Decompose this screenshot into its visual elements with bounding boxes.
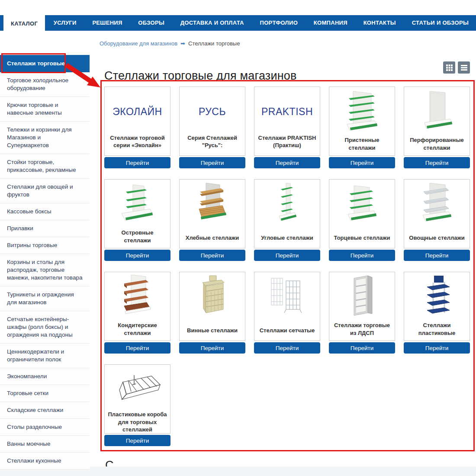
product-card-link[interactable]: Перфорированные стеллажи bbox=[404, 87, 470, 156]
product-card-link[interactable]: Торцевые стеллажи bbox=[329, 179, 395, 248]
sidebar-item-stands[interactable]: Стойки торговые, прикассовые, рекламные bbox=[0, 154, 90, 179]
product-card-title: Стеллажи PRAKTISH (Практиш) bbox=[256, 134, 318, 152]
product-card-title: Пристенные стеллажи bbox=[331, 136, 393, 154]
wine-shelf-icon bbox=[181, 275, 243, 327]
sidebar-item-turnstiles[interactable]: Турникеты и ограждения для магазинов bbox=[0, 286, 90, 311]
go-button[interactable]: Перейти bbox=[179, 342, 245, 354]
view-toggles bbox=[443, 61, 470, 74]
product-card: Овощные стеллажи Перейти bbox=[404, 179, 470, 261]
sidebar-item-retail-shelving[interactable]: Стеллажи торговые bbox=[0, 55, 90, 72]
product-card-link[interactable]: Стеллажи сетчатые bbox=[254, 272, 320, 341]
go-button[interactable]: Перейти bbox=[404, 250, 470, 261]
sidebar-item-counters[interactable]: Прилавки bbox=[0, 220, 90, 237]
breadcrumb-arrow-icon: ➡ bbox=[180, 40, 185, 47]
island-shelf-icon bbox=[106, 182, 168, 229]
product-card-title: Стеллажи торговой серии «Эколайн» bbox=[106, 134, 168, 152]
sidebar-item-price-holders[interactable]: Ценникодержатели и ограничители полок bbox=[0, 344, 90, 368]
product-card-link[interactable]: Пристенные стеллажи bbox=[329, 87, 395, 156]
sidebar-item-display-cases[interactable]: Витрины торговые bbox=[0, 237, 90, 254]
product-card-link[interactable]: Овощные стеллажи bbox=[404, 179, 470, 248]
sidebar-item-refrigeration[interactable]: Торговое холодильное оборудование bbox=[0, 72, 90, 97]
sidebar-item-hooks[interactable]: Крючки торговые и навесные элементы bbox=[0, 97, 90, 122]
go-button[interactable]: Перейти bbox=[254, 342, 320, 354]
bread-shelf-icon bbox=[181, 182, 243, 234]
product-card-link[interactable]: Стеллажи пластиковые bbox=[404, 272, 470, 341]
product-card: Стеллажи сетчатые Перейти bbox=[254, 272, 320, 354]
product-card: Хлебные стеллажи Перейти bbox=[179, 179, 245, 261]
product-card: ЭКОЛАЙН Стеллажи торговой серии «Эколайн… bbox=[104, 87, 170, 168]
go-button[interactable]: Перейти bbox=[329, 342, 395, 354]
product-card-link[interactable]: PRAKTISH Стеллажи PRAKTISH (Практиш) bbox=[254, 87, 320, 156]
product-card-title: Стеллажи пластиковые bbox=[406, 322, 468, 339]
sidebar-item-mesh-containers[interactable]: Сетчатые контейнеры-шкафы (ролл боксы) и… bbox=[0, 311, 90, 344]
wall-shelf-icon bbox=[331, 90, 393, 136]
nav-item-reviews[interactable]: ОБЗОРЫ bbox=[131, 15, 172, 31]
go-button[interactable]: Перейти bbox=[104, 157, 170, 168]
go-button[interactable]: Перейти bbox=[254, 250, 320, 261]
vegetable-shelf-icon bbox=[406, 182, 468, 234]
go-button[interactable]: Перейти bbox=[329, 250, 395, 261]
go-button[interactable]: Перейти bbox=[104, 342, 170, 354]
product-card-link[interactable]: Винные стеллажи bbox=[179, 272, 245, 341]
product-card-title: Винные стеллажи bbox=[186, 327, 238, 337]
nav-item-contacts[interactable]: КОНТАКТЫ bbox=[356, 15, 403, 31]
confectionery-shelf-icon bbox=[106, 275, 168, 322]
grid-view-button[interactable] bbox=[443, 61, 455, 74]
go-button[interactable]: Перейти bbox=[404, 342, 470, 354]
nav-item-delivery[interactable]: ДОСТАВКА И ОПЛАТА bbox=[173, 15, 251, 31]
product-card-title: Перфорированные стеллажи bbox=[406, 136, 468, 154]
nav-item-company[interactable]: КОМПАНИЯ bbox=[306, 15, 355, 31]
sidebar-item-checkout-boxes[interactable]: Кассовые боксы bbox=[0, 203, 90, 220]
nav-item-catalog[interactable]: КАТАЛОГ bbox=[3, 15, 45, 35]
sidebar-item-washing-baths[interactable]: Ванны моечные bbox=[0, 436, 90, 453]
product-card: Пристенные стеллажи Перейти bbox=[329, 87, 395, 168]
product-card-link[interactable]: РУСЬ Серия Стеллажей "Русь": bbox=[179, 87, 245, 156]
end-shelf-icon bbox=[331, 182, 393, 234]
product-card-link[interactable]: Островные стеллажи bbox=[104, 179, 170, 248]
product-card-link[interactable]: ЭКОЛАЙН Стеллажи торговой серии «Эколайн… bbox=[104, 87, 170, 156]
sidebar-item-veg-fruit-shelving[interactable]: Стеллажи для овощей и фруктов bbox=[0, 179, 90, 203]
sidebar-item-cutting-tables[interactable]: Столы разделочные bbox=[0, 419, 90, 436]
product-card: РУСЬ Серия Стеллажей "Русь": Перейти bbox=[179, 87, 245, 168]
product-grid: ЭКОЛАЙН Стеллажи торговой серии «Эколайн… bbox=[102, 81, 473, 446]
breadcrumb-parent-link[interactable]: Оборудование для магазинов bbox=[100, 40, 177, 47]
product-card-title: Стеллажи сетчатые bbox=[259, 327, 316, 337]
breadcrumb-current: Стеллажи торговые bbox=[188, 40, 240, 47]
go-button[interactable]: Перейти bbox=[254, 157, 320, 168]
annotation-grid-border: ЭКОЛАЙН Стеллажи торговой серии «Эколайн… bbox=[100, 80, 475, 451]
nav-item-services[interactable]: УСЛУГИ bbox=[46, 15, 84, 31]
product-card-title: Торцевые стеллажи bbox=[333, 234, 391, 244]
product-card-title: Овощные стеллажи bbox=[408, 234, 465, 244]
go-button[interactable]: Перейти bbox=[104, 250, 170, 261]
product-card-link[interactable]: Кондитерские стеллажи bbox=[104, 272, 170, 341]
nav-item-portfolio[interactable]: ПОРТФОЛИО bbox=[253, 15, 306, 31]
mesh-shelf-icon bbox=[256, 275, 318, 327]
sidebar-item-kitchen-shelving[interactable]: Стеллажи кухонные bbox=[0, 453, 90, 470]
sidebar-item-warehouse-shelving[interactable]: Складские стеллажи bbox=[0, 402, 90, 419]
nav-item-solutions[interactable]: РЕШЕНИЯ bbox=[85, 15, 129, 31]
sidebar-item-retail-mesh[interactable]: Торговые сетки bbox=[0, 385, 90, 402]
nav-item-articles[interactable]: СТАТЬИ И ОБЗОРЫ bbox=[405, 15, 476, 31]
brand-logo-praktish: PRAKTISH bbox=[261, 106, 313, 118]
product-card-link[interactable]: Стеллажи торговые из ЛДСП bbox=[329, 272, 395, 341]
product-card-link[interactable]: Угловые стеллажи bbox=[254, 179, 320, 248]
plastic-bins-icon bbox=[106, 367, 168, 411]
go-button[interactable]: Перейти bbox=[404, 157, 470, 168]
sidebar-item-carts-baskets[interactable]: Тележки и корзинки для Магазинов и Супер… bbox=[0, 122, 90, 154]
product-card-title: Серия Стеллажей "Русь": bbox=[181, 134, 243, 152]
sidebar-item-slatwall[interactable]: Экономпанели bbox=[0, 368, 90, 385]
product-card-link[interactable]: Хлебные стеллажи bbox=[179, 179, 245, 248]
list-view-button[interactable] bbox=[458, 61, 470, 74]
brand-logo-ekoline: ЭКОЛАЙН bbox=[113, 106, 162, 118]
go-button[interactable]: Перейти bbox=[179, 157, 245, 168]
go-button[interactable]: Перейти bbox=[329, 157, 395, 168]
go-button[interactable]: Перейти bbox=[179, 250, 245, 261]
product-card: Пластиковые короба для торговых стеллаже… bbox=[104, 364, 170, 446]
go-button[interactable]: Перейти bbox=[104, 435, 170, 446]
product-card: PRAKTISH Стеллажи PRAKTISH (Практиш) Пер… bbox=[254, 87, 320, 168]
product-card: Винные стеллажи Перейти bbox=[179, 272, 245, 354]
sidebar-item-sale-baskets[interactable]: Корзины и столы для распродаж, торговые … bbox=[0, 254, 90, 286]
product-card-title: Хлебные стеллажи bbox=[185, 234, 240, 244]
product-card-link[interactable]: Пластиковые короба для торговых стеллаже… bbox=[104, 364, 170, 434]
list-view-icon bbox=[461, 65, 467, 71]
